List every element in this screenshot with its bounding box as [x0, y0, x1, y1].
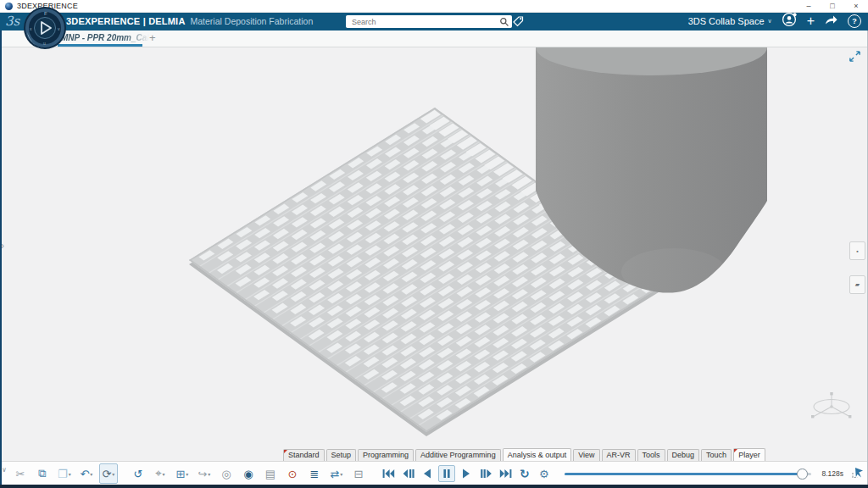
dropdown-caret-icon[interactable]: ▾: [112, 471, 114, 477]
user-avatar-icon[interactable]: [782, 12, 798, 30]
skip-to-end-button[interactable]: [497, 465, 514, 482]
app-name: Material Deposition Fabrication: [191, 16, 314, 26]
workbench-tab-tools[interactable]: Tools: [637, 449, 665, 461]
probe-glyph: ⌖: [155, 467, 161, 480]
step-backward-button[interactable]: [399, 465, 416, 482]
share-icon[interactable]: [824, 13, 838, 30]
search-results-icon[interactable]: ⊙: [283, 463, 302, 484]
copy-icon[interactable]: ⧉: [33, 463, 52, 484]
tag-icon[interactable]: [512, 15, 524, 30]
add-content-button[interactable]: +: [807, 14, 815, 28]
play-forward-button[interactable]: [458, 465, 475, 482]
paste-icon[interactable]: ❐▾: [55, 463, 74, 484]
video-capture-icon[interactable]: ◉: [239, 463, 258, 484]
slider-thumb[interactable]: [797, 469, 808, 480]
window-left-border: [0, 30, 2, 488]
simulation-tool-icon[interactable]: ⟳▾: [99, 463, 118, 484]
search-results-glyph: ⊙: [287, 468, 297, 480]
playback-controls: ↻⚙: [380, 465, 553, 482]
window-layout-glyph: ⊞: [175, 468, 185, 480]
copy-glyph: ⧉: [38, 467, 46, 480]
probe-icon[interactable]: ⌖▾: [151, 463, 170, 484]
step-forward-button[interactable]: [477, 465, 494, 482]
workbench-tab-programming[interactable]: Programming: [358, 449, 414, 461]
pop-out-player-icon[interactable]: [850, 465, 865, 483]
workbench-tab-ar-vr[interactable]: AR-VR: [602, 449, 636, 461]
search-box[interactable]: [346, 15, 512, 28]
skip-to-start-button[interactable]: [380, 465, 397, 482]
collab-space-label: 3DS Collab Space: [688, 16, 765, 26]
workbench-tab-setup[interactable]: Setup: [326, 449, 357, 461]
svg-text:u: u: [43, 41, 46, 46]
search-input[interactable]: [350, 17, 499, 27]
workbench-tab-additive-programming[interactable]: Additive Programming: [415, 449, 501, 461]
report-icon[interactable]: ≣: [305, 463, 324, 484]
search-icon[interactable]: [499, 17, 509, 27]
document-tab-bar: MNP - PPR 20mm_Calibra +: [0, 30, 868, 47]
3d-viewport[interactable]: › ▪ ▰: [0, 47, 868, 448]
hierarchy-icon[interactable]: ⊟: [349, 463, 368, 484]
replay-icon[interactable]: ↺: [129, 463, 147, 484]
dropdown-caret-icon[interactable]: ▾: [186, 471, 188, 477]
workbench-tab-standard[interactable]: Standard: [283, 449, 325, 461]
analyze-icon[interactable]: ◎: [217, 463, 236, 484]
dropdown-caret-icon[interactable]: ▾: [208, 471, 210, 477]
data-export-icon[interactable]: ▤: [261, 463, 280, 484]
chevron-down-icon: ∨: [768, 18, 772, 25]
help-button[interactable]: ?: [848, 14, 861, 28]
dropdown-caret-icon[interactable]: ▾: [69, 471, 71, 477]
cut-icon[interactable]: ✂: [11, 463, 30, 484]
minimize-button[interactable]: –: [797, 0, 821, 12]
toolbar-overflow-chevron-icon[interactable]: ∨: [2, 466, 8, 474]
dropdown-caret-icon[interactable]: ▾: [340, 471, 342, 477]
window-layout-icon[interactable]: ⊞▾: [173, 463, 192, 484]
maximize-button[interactable]: □: [821, 0, 844, 12]
3ds-logo-icon: 3s: [5, 12, 24, 30]
close-button[interactable]: ×: [844, 0, 868, 12]
titlebar: 3DEXPERIENCE – □ ×: [0, 0, 868, 13]
dropdown-caret-icon[interactable]: ▾: [90, 471, 92, 477]
timeline-slider[interactable]: [565, 468, 812, 480]
undo-glyph: ↶: [80, 468, 89, 480]
panel-toggle-button-1[interactable]: ▪: [849, 241, 865, 260]
player-settings-button[interactable]: ⚙: [536, 465, 553, 482]
video-capture-glyph: ◉: [243, 468, 253, 480]
workbench-tab-debug[interactable]: Debug: [667, 449, 700, 461]
toolbar-icon-group: ✂⧉❐▾↶▾⟳▾↺⌖▾⊞▾↪▾◎◉▤⊙≣⇄▾⊟: [9, 463, 370, 484]
window-bottom-border: [0, 485, 868, 488]
bottom-tab-strip: StandardSetupProgrammingAdditive Program…: [0, 448, 868, 461]
player-settings-glyph: ⚙: [539, 468, 549, 480]
swap-icon[interactable]: ⇄▾: [327, 463, 346, 484]
3dexperience-compass-icon[interactable]: F x v u: [23, 6, 67, 50]
app-header: 3s 3DEXPERIENCE | DELMIA Material Deposi…: [0, 12, 868, 30]
workbench-tab-player[interactable]: Player: [733, 448, 765, 461]
swap-glyph: ⇄: [330, 468, 339, 480]
jog-icon[interactable]: ↪▾: [195, 463, 214, 484]
paste-glyph: ❐: [58, 468, 68, 480]
expand-viewport-icon[interactable]: [848, 49, 862, 64]
document-tab[interactable]: MNP - PPR 20mm_Calibra: [61, 33, 149, 42]
data-export-glyph: ▤: [265, 468, 275, 480]
app-window: 3DEXPERIENCE – □ × 3s 3DEXPERIENCE | DEL…: [0, 0, 868, 488]
workbench-tab-view[interactable]: View: [573, 449, 599, 461]
report-glyph: ≣: [309, 468, 319, 480]
loop-button[interactable]: ↻: [516, 465, 533, 482]
loop-glyph: ↻: [520, 468, 530, 480]
3d-scene: [0, 47, 868, 448]
undo-icon[interactable]: ↶▾: [77, 463, 96, 484]
slider-track[interactable]: [565, 473, 812, 475]
panel-toggle-button-2[interactable]: ▰: [849, 275, 865, 294]
workbench-tab-analysis-output[interactable]: Analysis & output: [503, 448, 572, 461]
brand-title: 3DEXPERIENCE | DELMIA: [66, 16, 186, 26]
hierarchy-glyph: ⊟: [353, 468, 363, 480]
new-tab-button[interactable]: +: [149, 31, 156, 44]
dropdown-caret-icon[interactable]: ▾: [163, 471, 165, 477]
window-controls: – □ ×: [797, 0, 868, 12]
bottom-toolbar: ∨ ✂⧉❐▾↶▾⟳▾↺⌖▾⊞▾↪▾◎◉▤⊙≣⇄▾⊟ ↻⚙ 8.128s: [0, 461, 868, 485]
collab-space-selector[interactable]: 3DS Collab Space ∨: [688, 16, 772, 26]
ground-compass-icon[interactable]: [807, 391, 856, 430]
pause-button[interactable]: [438, 465, 455, 482]
play-backward-button[interactable]: [419, 465, 436, 482]
workbench-tab-touch[interactable]: Touch: [701, 449, 732, 461]
analyze-glyph: ◎: [221, 468, 231, 480]
